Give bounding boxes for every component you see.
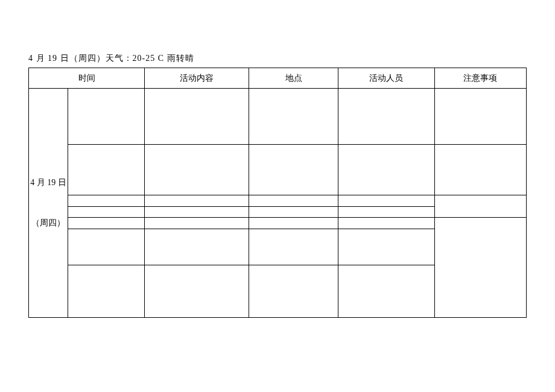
cell-time	[68, 229, 145, 265]
cell-personnel	[338, 89, 434, 145]
cell-personnel	[338, 195, 434, 207]
schedule-table: 时间 活动内容 地点 活动人员 注意事项 4 月 19 日 （周四）	[28, 68, 527, 318]
cell-personnel	[338, 229, 434, 265]
cell-activity	[145, 195, 249, 207]
table-row: 4 月 19 日 （周四）	[29, 89, 527, 145]
page-heading: 4 月 19 日（周四）天气：20-25 C 雨转晴	[28, 53, 527, 64]
cell-location	[249, 89, 338, 145]
cell-location	[249, 207, 338, 218]
cell-location	[249, 229, 338, 265]
cell-time	[68, 195, 145, 207]
table-header-row: 时间 活动内容 地点 活动人员 注意事项	[29, 68, 527, 89]
cell-time	[68, 89, 145, 145]
table-row	[29, 195, 527, 207]
date-cell: 4 月 19 日 （周四）	[29, 89, 68, 318]
cell-activity	[145, 145, 249, 195]
cell-time	[68, 145, 145, 195]
table-row	[29, 218, 527, 229]
cell-time	[68, 218, 145, 229]
cell-personnel	[338, 145, 434, 195]
table-row	[29, 145, 527, 195]
cell-location	[249, 265, 338, 318]
date-text: 4 月 19 日	[29, 172, 68, 193]
cell-location	[249, 195, 338, 207]
cell-personnel	[338, 218, 434, 229]
header-personnel: 活动人员	[338, 68, 434, 89]
cell-activity	[145, 218, 249, 229]
cell-notes	[434, 218, 526, 318]
cell-activity	[145, 265, 249, 318]
cell-location	[249, 218, 338, 229]
header-activity: 活动内容	[145, 68, 249, 89]
day-text: （周四）	[29, 213, 68, 233]
cell-notes	[434, 195, 526, 218]
cell-activity	[145, 89, 249, 145]
cell-activity	[145, 229, 249, 265]
header-location: 地点	[249, 68, 338, 89]
cell-time	[68, 207, 145, 218]
cell-location	[249, 145, 338, 195]
header-time: 时间	[29, 68, 145, 89]
cell-notes	[434, 145, 526, 195]
cell-notes	[434, 89, 526, 145]
cell-personnel	[338, 265, 434, 318]
cell-activity	[145, 207, 249, 218]
cell-personnel	[338, 207, 434, 218]
cell-time	[68, 265, 145, 318]
header-notes: 注意事项	[434, 68, 526, 89]
